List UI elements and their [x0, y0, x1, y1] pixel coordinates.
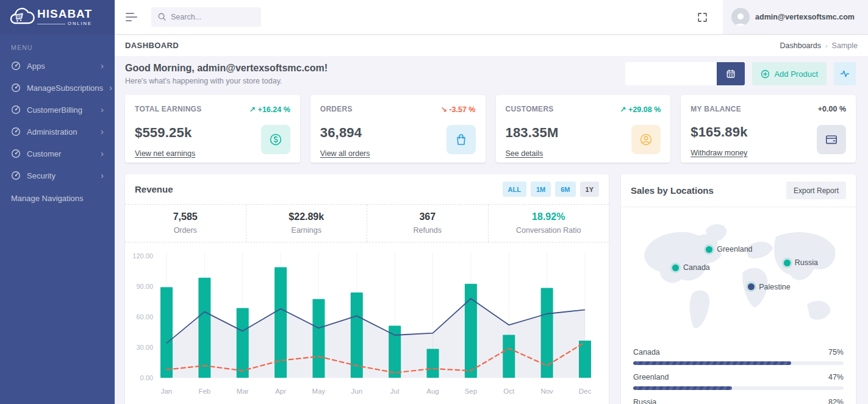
progress-track — [633, 361, 844, 365]
search-input[interactable] — [151, 7, 261, 27]
stat-trend: ↗ +29.08 % — [620, 105, 661, 114]
stat-trend: +0.00 % — [818, 105, 846, 113]
sidebar-item-managesubscriptions[interactable]: ManageSubscriptions › — [0, 77, 115, 99]
gauge-icon — [11, 61, 21, 71]
breadcrumb-dashboards[interactable]: Dashboards — [780, 41, 821, 50]
svg-text:60.00: 60.00 — [136, 313, 153, 321]
stat-link[interactable]: See details — [506, 149, 543, 158]
user-menu[interactable]: admin@vertexsoftsmc.com — [723, 0, 868, 34]
sidebar-item-label: Customer — [27, 149, 61, 158]
sidebar-item-label: CustomerBilling — [27, 105, 82, 115]
svg-text:120.00: 120.00 — [132, 252, 153, 260]
add-product-button[interactable]: Add Product — [752, 62, 827, 85]
stat-card: MY BALANCE +0.00 % $165.89k Withdraw mon… — [681, 95, 856, 163]
svg-text:Feb: Feb — [198, 388, 210, 395]
sidebar-item-apps[interactable]: Apps › — [0, 55, 115, 77]
trend-arrow-icon: ↗ — [249, 105, 256, 114]
revenue-tab-6m[interactable]: 6M — [555, 182, 575, 197]
date-range-group — [625, 62, 745, 85]
chevron-right-icon: › — [101, 63, 104, 69]
revenue-card: Revenue ALL1M6M1Y 7,585Orders$22.89kEarn… — [125, 174, 609, 404]
stat-label: MY BALANCE — [690, 105, 741, 113]
fullscreen-button[interactable] — [690, 5, 714, 29]
page-title: DASHBOARD — [125, 41, 179, 50]
brand-name: HISABAT — [37, 8, 92, 19]
stat-trend: ↗ +16.24 % — [249, 105, 290, 114]
trend-arrow-icon: ↗ — [620, 105, 626, 114]
marker-dot-icon — [672, 264, 679, 271]
stat-link[interactable]: View net earnings — [135, 149, 195, 158]
user-email: admin@vertexsoftsmc.com — [755, 13, 855, 21]
sidebar-item-label: Administration — [27, 127, 77, 136]
dollar-circle-icon — [261, 125, 290, 154]
add-circle-icon — [761, 69, 770, 79]
revenue-stat-label: Conversation Ratio — [489, 226, 609, 235]
sidebar-item-administration[interactable]: Administration › — [0, 121, 115, 143]
map-marker-russia: Russia — [784, 258, 818, 267]
stat-cards-row: TOTAL EARNINGS ↗ +16.24 % $559.25k View … — [125, 95, 856, 163]
revenue-stat: 7,585Orders — [125, 205, 246, 242]
revenue-stat: 367Refunds — [367, 205, 489, 242]
export-report-button[interactable]: Export Report — [786, 182, 846, 199]
sidebar-nav: Apps › ManageSubscriptions › CustomerBil… — [0, 55, 115, 186]
sales-title: Sales by Locations — [631, 185, 714, 196]
stat-card: CUSTOMERS ↗ +29.08 % 183.35M See details — [496, 95, 671, 163]
revenue-stat-label: Orders — [125, 226, 246, 235]
sidebar: HISABAT ONLINE MENU Apps › ManageSubscri… — [0, 0, 115, 404]
sidebar-item-security[interactable]: Security › — [0, 165, 115, 186]
marker-dot-icon — [748, 283, 755, 290]
revenue-tab-all[interactable]: ALL — [503, 182, 526, 197]
greeting-row: Good Morning, admin@vertexsoftsmc.com! H… — [125, 62, 856, 85]
gauge-icon — [11, 105, 21, 115]
gauge-icon — [11, 83, 21, 93]
chevron-right-icon: › — [101, 172, 104, 179]
svg-text:Jul: Jul — [390, 388, 400, 395]
sidebar-item-customer[interactable]: Customer › — [0, 143, 115, 165]
country-percent: 75% — [828, 348, 844, 356]
fullscreen-icon — [697, 12, 708, 23]
revenue-stat-label: Earnings — [246, 226, 367, 235]
stat-link[interactable]: Withdraw money — [690, 149, 747, 157]
breadcrumb: Dashboards › Sample — [780, 41, 858, 50]
country-percent: 47% — [828, 373, 844, 381]
svg-text:May: May — [312, 388, 326, 395]
sales-by-locations-card: Sales by Locations Export Report Greenla… — [621, 174, 856, 404]
breadcrumb-sample: Sample — [832, 41, 858, 50]
stat-label: CUSTOMERS — [506, 105, 554, 113]
search-icon — [157, 12, 167, 21]
stat-link[interactable]: View all orders — [320, 149, 370, 158]
gauge-icon — [11, 127, 21, 136]
calendar-button[interactable] — [717, 62, 745, 85]
chevron-right-icon: › — [101, 107, 104, 113]
world-map: GreenlandCanadaRussiaPalestine — [633, 216, 844, 336]
svg-text:Nov: Nov — [540, 388, 553, 395]
trend-arrow-icon: ↘ — [440, 105, 447, 114]
greeting-title: Good Morning, admin@vertexsoftsmc.com! — [125, 63, 328, 74]
gauge-icon — [11, 171, 21, 180]
revenue-stat: 18.92%Conversation Ratio — [489, 205, 609, 242]
hamburger-menu-button[interactable] — [126, 10, 138, 24]
gauge-icon — [11, 149, 21, 158]
progress-track — [633, 386, 844, 390]
progress-fill — [633, 361, 791, 365]
map-marker-palestine: Palestine — [748, 283, 790, 291]
country-name: Greenland — [633, 373, 669, 381]
progress-fill — [633, 386, 732, 390]
svg-text:Sep: Sep — [465, 388, 477, 395]
revenue-stats-band: 7,585Orders$22.89kEarnings367Refunds18.9… — [125, 204, 609, 243]
activity-button[interactable] — [834, 62, 856, 85]
map-marker-greenland: Greenland — [706, 245, 752, 253]
svg-text:30.00: 30.00 — [136, 344, 153, 351]
svg-text:Aug: Aug — [426, 388, 439, 395]
revenue-tab-1m[interactable]: 1M — [531, 182, 551, 197]
stat-label: TOTAL EARNINGS — [135, 105, 202, 113]
revenue-stat-value: 7,585 — [125, 211, 246, 222]
wallet-icon — [817, 125, 846, 154]
revenue-range-tabs: ALL1M6M1Y — [503, 182, 599, 197]
brand-logo[interactable]: HISABAT ONLINE — [0, 0, 115, 34]
svg-text:0.00: 0.00 — [140, 374, 153, 381]
date-range-input[interactable] — [625, 62, 717, 85]
sidebar-item-customerbilling[interactable]: CustomerBilling › — [0, 99, 115, 121]
revenue-tab-1y[interactable]: 1Y — [580, 182, 599, 197]
country-name: Russia — [633, 398, 656, 404]
